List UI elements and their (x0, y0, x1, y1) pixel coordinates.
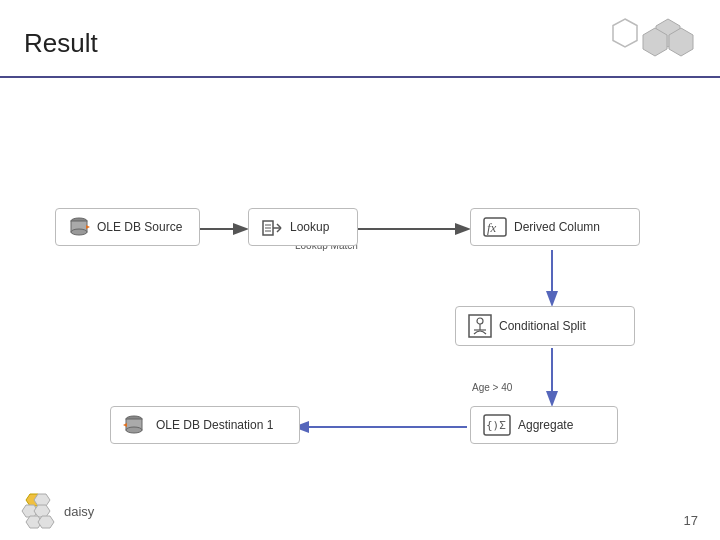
ole-db-source: OLE DB Source (55, 208, 200, 246)
daisy-logo-icon (20, 492, 58, 530)
svg-text:{)Σ: {)Σ (486, 419, 506, 432)
svg-point-30 (126, 427, 142, 433)
conditional-split-component: Conditional Split (455, 306, 635, 346)
header: Result (0, 0, 720, 78)
diagram-arrows (0, 88, 720, 518)
conditional-split-icon (468, 314, 492, 338)
ole-db-destination-icon (123, 414, 149, 436)
age-gt-40-label: Age > 40 (472, 382, 512, 393)
derived-column-icon: fx (483, 216, 507, 238)
svg-marker-37 (38, 516, 54, 528)
aggregate-icon: {)Σ (483, 414, 511, 436)
page-number: 17 (684, 513, 698, 528)
derived-column-label: Derived Column (514, 220, 600, 234)
lookup-component: Lookup (248, 208, 358, 246)
svg-marker-33 (34, 494, 50, 506)
ole-db-destination: OLE DB Destination 1 (110, 406, 300, 444)
lookup-label: Lookup (290, 220, 329, 234)
header-logo (612, 18, 696, 68)
aggregate-label: Aggregate (518, 418, 573, 432)
diagram-area: Lookup Match Age > 40 OLE DB Source (0, 88, 720, 518)
hex-outline-icon (612, 18, 638, 48)
aggregate-component: {)Σ Aggregate (470, 406, 618, 444)
conditional-split-label: Conditional Split (499, 319, 586, 333)
ole-db-source-icon (68, 216, 90, 238)
footer: daisy (20, 492, 94, 530)
derived-column-component: fx Derived Column (470, 208, 640, 246)
svg-marker-31 (123, 423, 127, 427)
svg-marker-0 (613, 19, 637, 47)
ole-db-destination-label: OLE DB Destination 1 (156, 418, 273, 432)
hex-cluster-icon (641, 18, 696, 68)
svg-point-11 (71, 229, 87, 235)
svg-text:fx: fx (487, 220, 497, 235)
svg-marker-35 (34, 505, 50, 517)
lookup-icon (261, 216, 283, 238)
ole-db-source-label: OLE DB Source (97, 220, 182, 234)
brand-label: daisy (64, 504, 94, 519)
svg-point-23 (477, 318, 483, 324)
page-title: Result (24, 28, 98, 59)
svg-marker-12 (86, 225, 90, 229)
